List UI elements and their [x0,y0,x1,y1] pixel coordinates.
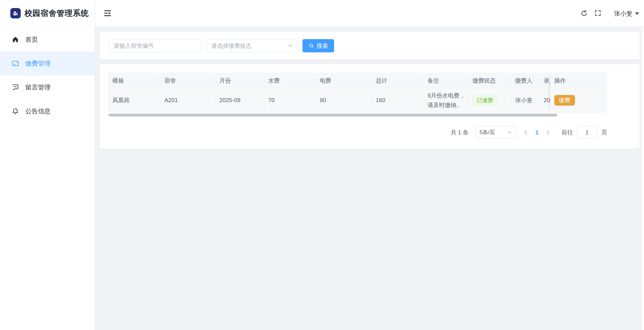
sidebar-item-label: 首页 [25,35,38,44]
payments-table: 楼栋 宿舍 月份 水费 电费 总计 备注 缴费状态 缴费人 录入 凤凰苑 A20… [108,73,607,112]
refresh-icon[interactable] [580,9,588,17]
pagination: 共 1 条 5条/页 1 前往 页 [451,126,607,139]
table-header-row: 楼栋 宿舍 月份 水费 电费 总计 备注 缴费状态 缴费人 录入 [108,73,607,88]
cell-remark: 9月份水电费， 请及时缴纳。 [423,88,469,112]
status-badge: 已缴费 [473,95,497,106]
username: 张小斐 [614,9,632,18]
remark-line-2: 请及时缴纳。 [428,100,462,110]
remark-line-1: 9月份水电费， [428,91,465,100]
pagination-total: 共 1 条 [451,129,469,136]
next-page-button[interactable] [543,131,551,134]
column-header-operation: 操作 [550,73,607,88]
cell-electricity-fee: 90 [316,88,372,112]
payment-status-select[interactable]: 请选择缴费状态 [207,39,297,52]
prev-page-button[interactable] [523,131,531,134]
sidebar-item-messages[interactable]: 留言管理 [0,75,95,99]
sidebar-item-label: 公告信息 [25,107,51,116]
postcard-icon [12,60,19,67]
app-logo-icon [10,8,21,18]
table-card: 楼栋 宿舍 月份 水费 电费 总计 备注 缴费状态 缴费人 录入 凤凰苑 A20… [100,64,640,149]
dorm-number-input[interactable] [109,39,202,52]
chevron-right-icon [545,130,549,135]
home-icon [12,36,19,43]
topbar-right: 张小斐 [580,0,639,27]
sidebar-item-label: 缴费管理 [25,59,51,68]
window-scrollbar-track[interactable] [641,27,644,330]
cell-payer: 张小斐 [511,88,540,112]
chevron-left-icon [524,130,529,135]
column-header: 楼栋 [108,73,160,88]
fixed-operation-column: 操作 缴费 [550,73,607,112]
column-header: 缴费人 [511,73,540,88]
pay-button[interactable]: 缴费 [554,95,575,106]
cell-operation: 缴费 [550,88,607,112]
column-header: 总计 [372,73,423,88]
page-jump-input[interactable] [577,126,597,139]
page-size-select[interactable]: 5条/页 [476,126,516,139]
cell-water-fee: 70 [264,88,316,112]
table-row: 凤凰苑 A201 2025-09 70 90 160 9月份水电费， 请及时缴纳… [108,88,607,112]
page-size-value: 5条/页 [480,129,495,136]
cell-payment-status: 已缴费 [469,88,511,112]
bell-icon [12,107,19,115]
cell-month: 2025-09 [215,88,264,112]
search-card: 请选择缴费状态 搜索 [100,32,640,60]
search-button[interactable]: 搜索 [302,39,334,52]
sidebar-menu: 首页 缴费管理 留言管理 [0,27,95,123]
column-header: 月份 [215,73,264,88]
search-icon [308,43,314,49]
page-unit-label: 页 [601,129,607,136]
cell-dorm: A201 [160,88,215,112]
horizontal-scrollbar[interactable] [108,114,557,117]
chevron-down-icon [507,130,512,135]
column-header: 缴费状态 [469,73,511,88]
select-placeholder: 请选择缴费状态 [211,42,252,50]
column-header: 备注 [423,73,469,88]
cell-total: 160 [372,88,423,112]
sidebar-item-announcements[interactable]: 公告信息 [0,99,95,123]
chat-bubble-icon [12,83,19,91]
user-dropdown[interactable]: 张小斐 [614,9,639,18]
column-header: 宿舍 [160,73,215,88]
chevron-down-icon [288,43,293,48]
cell-building: 凤凰苑 [108,88,160,112]
search-button-label: 搜索 [317,42,328,50]
chevron-down-icon [635,12,639,17]
page-number-current[interactable]: 1 [531,129,543,136]
sidebar-item-home[interactable]: 首页 [0,28,95,51]
app-title: 校园宿舍管理系统 [24,8,89,18]
goto-label: 前往 [561,129,573,136]
sidebar-item-payment[interactable]: 缴费管理 [0,51,95,75]
fullscreen-icon[interactable] [594,9,602,17]
sidebar-item-label: 留言管理 [25,83,51,92]
topbar: 张小斐 [95,0,644,27]
column-header: 水费 [264,73,316,88]
logo-row: 校园宿舍管理系统 [0,0,95,27]
column-header: 电费 [316,73,372,88]
fold-icon[interactable] [104,9,112,17]
sidebar: 校园宿舍管理系统 首页 缴费管理 [0,0,95,330]
